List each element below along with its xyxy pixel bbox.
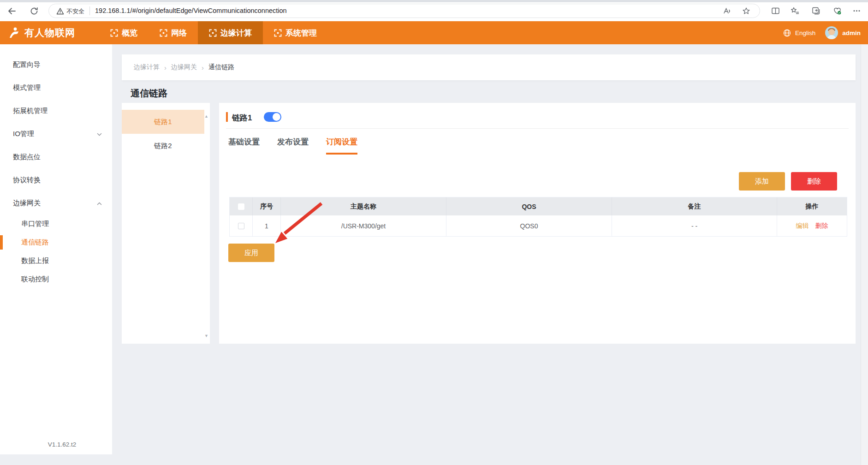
nav-overview[interactable]: 概览 — [99, 21, 149, 44]
header-action: 操作 — [777, 197, 847, 215]
breadcrumb-edge-computing[interactable]: 边缘计算 — [134, 63, 160, 72]
add-button[interactable]: 添加 — [739, 172, 785, 191]
firmware-version: V1.1.62.t2 — [0, 441, 112, 448]
sidebar-subitem-label: 通信链路 — [21, 238, 49, 246]
delete-link[interactable]: 删除 — [815, 222, 828, 230]
sidebar-item-protocol-conversion[interactable]: 协议转换 — [0, 168, 112, 191]
browser-essentials-icon[interactable] — [833, 6, 842, 15]
scan-icon — [274, 29, 282, 37]
row-select-cell — [230, 215, 253, 236]
row-checkbox[interactable] — [238, 223, 244, 229]
row-remark: - - — [612, 215, 777, 236]
sidebar-item-io-management[interactable]: IO管理 — [0, 122, 112, 145]
browser-address-bar[interactable]: 不安全 192.168.1.1/#/origin/defaultEdge/Vie… — [48, 4, 760, 18]
sidebar-subitem-linkage-control[interactable]: 联动控制 — [0, 270, 112, 288]
header-qos: QOS — [446, 197, 612, 215]
link-list-panel: 链路1 链路2 ▲ ▼ — [122, 103, 210, 344]
header-index: 序号 — [253, 197, 281, 215]
select-all-checkbox[interactable] — [238, 203, 244, 210]
row-index: 1 — [253, 215, 281, 236]
header-topic-name: 主题名称 — [281, 197, 446, 215]
tab-publish-settings[interactable]: 发布设置 — [277, 137, 309, 155]
not-secure-warning-icon[interactable] — [56, 7, 64, 15]
nav-edge-computing[interactable]: 边缘计算 — [198, 21, 263, 44]
sidebar-subitem-label: 联动控制 — [21, 275, 49, 283]
sidebar-subitem-communication-link[interactable]: 通信链路 — [0, 233, 112, 251]
avatar-body — [827, 35, 836, 39]
nav-network-label: 网络 — [171, 28, 187, 38]
breadcrumb-separator: › — [164, 64, 166, 72]
tab-basic-settings[interactable]: 基础设置 — [228, 137, 260, 155]
header-right: English admin — [783, 21, 861, 44]
security-label[interactable]: 不安全 — [66, 7, 84, 16]
link-detail-panel: 链路1 基础设置 发布设置 订阅设置 添加 删除 序号 主题名称 QOS 备注 … — [219, 103, 856, 344]
header-select-all-cell — [230, 197, 253, 215]
breadcrumb-current: 通信链路 — [208, 63, 234, 72]
link-enable-toggle[interactable] — [264, 112, 281, 122]
row-action-cell: 编辑 删除 — [777, 215, 847, 236]
sidebar: 配置向导 模式管理 拓展机管理 IO管理 数据点位 协议转换 边缘网关 串口管理… — [0, 44, 112, 454]
collections-icon[interactable] — [812, 6, 820, 15]
apply-button[interactable]: 应用 — [228, 244, 274, 262]
header-remark: 备注 — [612, 197, 777, 215]
subscribe-topics-table: 序号 主题名称 QOS 备注 操作 1 /USR-M300/get QOS0 -… — [229, 197, 847, 237]
globe-icon — [783, 29, 791, 37]
language-switch[interactable]: English — [795, 30, 815, 36]
page: 不安全 192.168.1.1/#/origin/defaultEdge/Vie… — [0, 0, 868, 465]
breadcrumb-separator: › — [202, 64, 204, 72]
page-scrollbar[interactable] — [861, 44, 868, 465]
edit-link[interactable]: 编辑 — [796, 222, 809, 230]
row-topic-name: /USR-M300/get — [281, 215, 446, 236]
nav-system-management[interactable]: 系统管理 — [263, 21, 328, 44]
sidebar-item-edge-gateway[interactable]: 边缘网关 — [0, 191, 112, 215]
top-navigation: 概览 网络 边缘计算 系统管理 — [99, 21, 328, 44]
scroll-up-icon[interactable]: ▲ — [204, 114, 208, 119]
table-header-row: 序号 主题名称 QOS 备注 操作 — [230, 197, 847, 215]
breadcrumb: 边缘计算 › 边缘网关 › 通信链路 — [122, 54, 856, 80]
section-accent-bar — [226, 112, 228, 122]
sidebar-subitem-label: 串口管理 — [21, 220, 49, 227]
sidebar-item-label: 拓展机管理 — [13, 107, 48, 114]
delete-button[interactable]: 删除 — [791, 172, 837, 191]
favorite-star-icon[interactable] — [742, 7, 750, 15]
sidebar-item-config-wizard[interactable]: 配置向导 — [0, 53, 112, 76]
sidebar-item-label: 协议转换 — [13, 176, 41, 184]
nav-overview-label: 概览 — [122, 28, 137, 38]
sidebar-subitem-serial-management[interactable]: 串口管理 — [0, 215, 112, 233]
browser-refresh-icon[interactable] — [30, 6, 39, 16]
usr-logo-icon — [8, 27, 21, 39]
user-avatar[interactable] — [825, 26, 838, 39]
sidebar-menu: 配置向导 模式管理 拓展机管理 IO管理 数据点位 协议转换 边缘网关 串口管理… — [0, 44, 112, 288]
url-text[interactable]: 192.168.1.1/#/origin/defaultEdge/ViewCom… — [95, 7, 287, 14]
scan-icon — [160, 29, 167, 37]
settings-tabs: 基础设置 发布设置 订阅设置 — [228, 137, 375, 155]
nav-network[interactable]: 网络 — [149, 21, 198, 44]
browser-back-icon[interactable] — [7, 6, 17, 16]
scroll-down-icon[interactable]: ▼ — [204, 334, 208, 338]
scan-icon — [209, 29, 217, 37]
link-item-1[interactable]: 链路1 — [122, 110, 204, 134]
page-title: 通信链路 — [131, 87, 167, 100]
app-header: 有人物联网 概览 网络 边缘计算 系统管理 English — [0, 21, 868, 44]
browser-menu-icon[interactable] — [852, 6, 861, 15]
brand-name: 有人物联网 — [24, 26, 75, 39]
nav-edge-computing-label: 边缘计算 — [220, 28, 252, 38]
sidebar-item-mode-management[interactable]: 模式管理 — [0, 76, 112, 99]
browser-chrome: 不安全 192.168.1.1/#/origin/defaultEdge/Vie… — [0, 0, 868, 21]
tab-subscribe-settings[interactable]: 订阅设置 — [326, 137, 357, 155]
avatar-face — [828, 29, 835, 35]
read-aloud-icon[interactable] — [723, 7, 731, 15]
sidebar-subitem-data-report[interactable]: 数据上报 — [0, 251, 112, 270]
nav-system-management-label: 系统管理 — [285, 28, 317, 38]
chevron-down-icon — [97, 132, 102, 137]
sidebar-item-data-points[interactable]: 数据点位 — [0, 145, 112, 168]
sidebar-item-label: IO管理 — [13, 130, 34, 137]
brand: 有人物联网 — [8, 21, 75, 44]
address-bar-divider — [89, 6, 90, 15]
link-item-2[interactable]: 链路2 — [122, 134, 204, 158]
breadcrumb-edge-gateway[interactable]: 边缘网关 — [171, 63, 197, 72]
favorites-hub-icon[interactable] — [791, 6, 799, 15]
split-screen-icon[interactable] — [771, 6, 780, 15]
username[interactable]: admin — [842, 30, 861, 36]
sidebar-item-expansion-management[interactable]: 拓展机管理 — [0, 99, 112, 122]
